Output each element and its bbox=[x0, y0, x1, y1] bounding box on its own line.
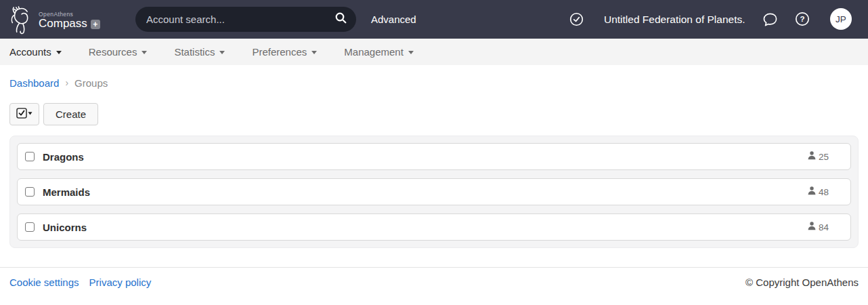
cookie-settings-link[interactable]: Cookie settings bbox=[9, 277, 79, 288]
create-button-label: Create bbox=[56, 108, 86, 120]
create-button[interactable]: Create bbox=[43, 103, 98, 125]
group-row-dragons[interactable]: Dragons 25 bbox=[17, 143, 851, 170]
advanced-search-link[interactable]: Advanced bbox=[371, 0, 416, 39]
group-name: Dragons bbox=[43, 151, 84, 163]
svg-text:?: ? bbox=[800, 15, 804, 23]
group-member-count: 84 bbox=[819, 222, 829, 232]
breadcrumb-separator-icon: › bbox=[65, 77, 68, 88]
copyright-text: © Copyright OpenAthens bbox=[745, 277, 859, 288]
group-checkbox[interactable] bbox=[25, 187, 35, 197]
breadcrumb: Dashboard › Groups bbox=[9, 77, 859, 89]
organisation-name: Untitled Federation of Planets. bbox=[604, 0, 745, 39]
chevron-down-icon bbox=[408, 51, 414, 54]
nav-preferences[interactable]: Preferences bbox=[252, 46, 317, 58]
group-name: Unicorns bbox=[43, 222, 87, 233]
topbar: OpenAthens Compass + Advanced Untitled F… bbox=[0, 0, 868, 39]
select-all-dropdown-button[interactable] bbox=[9, 103, 39, 125]
group-row-mermaids[interactable]: Mermaids 48 bbox=[17, 178, 851, 205]
nav-accounts[interactable]: Accounts bbox=[9, 46, 62, 58]
chevron-down-icon bbox=[219, 51, 225, 54]
breadcrumb-dashboard-link[interactable]: Dashboard bbox=[9, 77, 59, 89]
account-search-input[interactable] bbox=[146, 14, 334, 25]
group-row-unicorns[interactable]: Unicorns 84 bbox=[17, 214, 851, 241]
groups-panel: Dragons 25 Mermaids 48 Unicorns bbox=[9, 136, 859, 248]
nav-accounts-label: Accounts bbox=[9, 46, 51, 58]
account-search bbox=[135, 7, 356, 32]
group-member-count: 48 bbox=[819, 187, 829, 197]
footer: Cookie settings Privacy policy © Copyrig… bbox=[0, 267, 868, 288]
group-checkbox[interactable] bbox=[25, 222, 35, 232]
group-checkbox[interactable] bbox=[25, 152, 35, 161]
chevron-down-icon bbox=[142, 51, 147, 54]
user-count-icon bbox=[807, 150, 817, 163]
nav-statistics-label: Statistics bbox=[174, 46, 215, 58]
privacy-policy-link[interactable]: Privacy policy bbox=[89, 277, 152, 288]
nav-resources[interactable]: Resources bbox=[89, 46, 148, 58]
groups-toolbar: Create bbox=[9, 103, 859, 125]
checkbox-dropdown-icon bbox=[16, 108, 32, 121]
nav-preferences-label: Preferences bbox=[252, 46, 307, 58]
nav-resources-label: Resources bbox=[89, 46, 137, 58]
compass-plus-badge: + bbox=[91, 20, 100, 29]
group-member-count: 25 bbox=[819, 152, 829, 162]
logo-text: OpenAthens Compass + bbox=[39, 12, 100, 30]
nav-management[interactable]: Management bbox=[344, 46, 414, 58]
nav-management-label: Management bbox=[344, 46, 404, 58]
chat-icon[interactable] bbox=[762, 12, 778, 30]
main-nav: Accounts Resources Statistics Preference… bbox=[0, 39, 868, 65]
user-count-icon bbox=[807, 186, 817, 198]
group-name: Mermaids bbox=[43, 186, 90, 198]
nav-statistics[interactable]: Statistics bbox=[174, 46, 225, 58]
brand-compass: Compass bbox=[39, 18, 87, 30]
owl-logo-icon bbox=[8, 5, 35, 37]
openathens-compass-logo[interactable]: OpenAthens Compass + bbox=[8, 5, 100, 37]
breadcrumb-current: Groups bbox=[74, 77, 108, 89]
help-icon[interactable]: ? bbox=[795, 12, 810, 29]
user-count-icon bbox=[807, 221, 817, 233]
user-avatar[interactable]: JP bbox=[830, 8, 852, 30]
chevron-down-icon bbox=[311, 51, 317, 54]
chevron-down-icon bbox=[56, 51, 62, 54]
search-icon[interactable] bbox=[334, 12, 347, 27]
check-circle-icon[interactable] bbox=[569, 12, 584, 29]
